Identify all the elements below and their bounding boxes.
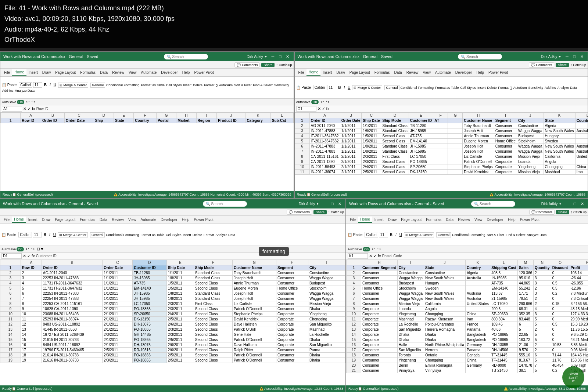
col-h2-c[interactable]: C: [362, 113, 381, 118]
col-header-d[interactable]: D: [94, 113, 114, 118]
insert-btn-1[interactable]: Insert: [183, 83, 192, 87]
col-h3-f[interactable]: F: [194, 260, 232, 265]
addins-1[interactable]: Add-ins: [2, 88, 14, 93]
catchup-btn-3[interactable]: ↑ Catch up: [328, 210, 344, 214]
cell2-e2[interactable]: TB-11280: [409, 123, 433, 128]
sort-filter-4[interactable]: Sort & Filter: [487, 233, 505, 237]
cell2-k2[interactable]: Algeria: [544, 123, 575, 128]
cell3-e1[interactable]: Ship Date: [166, 265, 194, 271]
cell2-j1[interactable]: City: [517, 118, 544, 123]
cell-styles-2[interactable]: Cell Styles: [460, 86, 476, 90]
restore-icon[interactable]: □: [277, 54, 283, 59]
tab-developer-1[interactable]: Developer: [159, 70, 180, 75]
cell4-n1[interactable]: Quantity: [534, 265, 551, 271]
cell4-h1[interactable]: Customer Segment: [361, 265, 398, 271]
cell-styles-3[interactable]: Cell Styles: [165, 233, 182, 237]
cell-ref-3[interactable]: [1, 253, 22, 259]
cell3-a1[interactable]: Row ID: [21, 265, 42, 271]
tab-developer-2[interactable]: Developer: [453, 70, 474, 75]
grid-4[interactable]: H I J K L M N O P 1: [346, 260, 588, 385]
close-icon[interactable]: ✕: [285, 54, 291, 59]
tab-review-2[interactable]: Review: [404, 70, 421, 75]
tab-file-2[interactable]: File: [296, 70, 306, 75]
col-h3-i[interactable]: I: [308, 260, 345, 265]
italic-btn-2[interactable]: I: [343, 85, 346, 90]
cell3-d1[interactable]: Customer ID: [133, 265, 167, 271]
format-num-1[interactable]: General: [90, 83, 105, 88]
cell2-j2[interactable]: Constantine: [517, 123, 544, 128]
tab-powerpivot-3[interactable]: Power Pivot: [191, 217, 215, 222]
search-bar-3[interactable]: 🔍 Search: [203, 201, 247, 207]
tab-powerpivot-1[interactable]: Power Pivot: [192, 70, 216, 75]
cell3-b1[interactable]: Order ID: [42, 265, 103, 271]
tab-home-3[interactable]: Home: [12, 217, 26, 223]
col-h3-c[interactable]: C: [103, 260, 133, 265]
share-btn-3[interactable]: Share: [313, 210, 327, 214]
cell2-g1[interactable]: [448, 118, 463, 123]
cell4-m1[interactable]: Sales: [517, 265, 533, 271]
minimize-icon-2[interactable]: ─: [564, 54, 570, 59]
cell4-j1[interactable]: State: [424, 265, 466, 271]
cell-ref-2[interactable]: [296, 106, 316, 112]
col-header-a[interactable]: A: [21, 113, 41, 118]
cell2-a1[interactable]: Order ID: [309, 118, 340, 123]
close-icon-4[interactable]: ✕: [579, 201, 585, 207]
cell2-l1[interactable]: Country: [575, 118, 588, 123]
window-controls-3[interactable]: ─ □ ✕: [322, 201, 343, 207]
tab-draw-3[interactable]: Draw: [40, 217, 53, 222]
share-btn-2[interactable]: Share: [556, 63, 569, 67]
catchup-btn-4[interactable]: ↑ Catch up: [571, 210, 587, 214]
conditional-format-1[interactable]: Conditional Formatting: [106, 83, 140, 87]
undo-icon-2[interactable]: ↩: [320, 99, 324, 104]
cell-d1[interactable]: Ship: [94, 118, 114, 123]
undo-icon-4[interactable]: ↩: [372, 247, 375, 251]
tab-view-2[interactable]: View: [420, 70, 433, 75]
share-btn-1[interactable]: Share: [261, 63, 275, 67]
cell-styles-1[interactable]: Cell Styles: [166, 83, 182, 87]
redo-icon-3[interactable]: ↪: [31, 247, 35, 251]
tab-file-4[interactable]: File: [348, 217, 358, 222]
insert-btn-3[interactable]: Insert: [182, 233, 191, 237]
cell-ref-1[interactable]: [2, 106, 22, 112]
col-header-k[interactable]: K: [245, 113, 270, 118]
col-header-g[interactable]: G: [156, 113, 176, 118]
redo-icon-4[interactable]: ↪: [377, 247, 381, 251]
col-header-i[interactable]: I: [196, 113, 217, 118]
restore-icon-2[interactable]: □: [571, 54, 577, 59]
format-table-1[interactable]: Format as Table: [141, 83, 165, 87]
search-bar-2[interactable]: 🔍 Search: [458, 54, 502, 59]
tab-powerpivot-4[interactable]: Power Pivot: [518, 217, 542, 222]
cell3-g1[interactable]: Customer Name: [232, 265, 276, 271]
bold-btn-1[interactable]: B: [43, 83, 48, 87]
bold-btn-4[interactable]: B: [389, 232, 394, 237]
tab-formulas-4[interactable]: Formulas: [424, 217, 444, 222]
cell4-l1[interactable]: Shipping Cost: [490, 265, 518, 271]
cell-e1[interactable]: State: [114, 118, 133, 123]
analyze-data-1[interactable]: Analyze Data: [15, 88, 35, 93]
close-icon-2[interactable]: ✕: [579, 54, 585, 59]
delete-btn-2[interactable]: Delete: [487, 86, 497, 90]
font-size-3[interactable]: 11: [33, 232, 42, 237]
cell2-b2[interactable]: 1/1/2011: [340, 123, 362, 128]
minimize-icon[interactable]: ─: [270, 54, 276, 59]
comments-btn-3[interactable]: 💬 Comments: [287, 210, 312, 215]
cell2-d2[interactable]: Standard Class: [381, 123, 409, 128]
autosave-toggle-3[interactable]: On: [17, 247, 24, 251]
col-header-c[interactable]: C: [64, 113, 94, 118]
font-name-3[interactable]: Calibri: [18, 232, 32, 237]
col-h4-i[interactable]: I: [397, 260, 424, 265]
italic-btn-1[interactable]: I: [49, 83, 52, 87]
analyze-data-2[interactable]: Analyze Data: [557, 86, 577, 90]
format-table-2[interactable]: Format as Table: [435, 86, 459, 90]
underline-btn-4[interactable]: U: [398, 232, 403, 237]
italic-btn-3[interactable]: I: [48, 232, 51, 237]
tab-file-3[interactable]: File: [1, 217, 12, 222]
cell2-h1[interactable]: Customer Name: [463, 118, 494, 123]
col-h3-e[interactable]: E: [166, 260, 194, 265]
tab-data-2[interactable]: Data: [392, 70, 404, 75]
merge-btn-1[interactable]: ⊞ Merge & Center: [58, 83, 88, 88]
cell3-c1[interactable]: Order Date: [103, 265, 133, 271]
tab-file-1[interactable]: File: [2, 70, 12, 75]
font-size-2[interactable]: 11: [327, 85, 336, 90]
tab-insert-2[interactable]: Insert: [320, 70, 334, 75]
